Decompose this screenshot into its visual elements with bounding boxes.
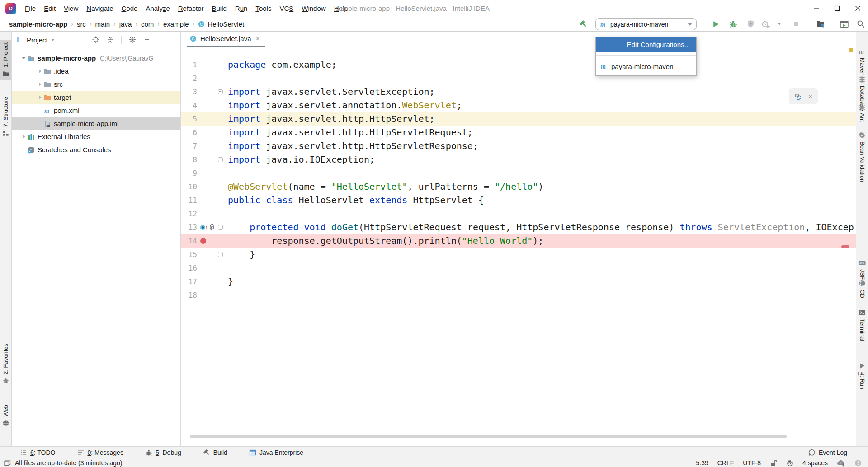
gutter[interactable]: 10 [181,180,224,193]
window-close-button[interactable] [847,0,868,17]
gutter[interactable]: 8− [181,153,224,166]
profiler-arrow-button[interactable] [774,17,785,31]
gutter[interactable]: 17 [181,275,224,288]
hide-button[interactable] [143,36,151,43]
popup-item-payara-micro-maven[interactable]: mpayara-micro-maven [596,59,696,74]
unlock-icon[interactable] [770,459,777,467]
run-button[interactable] [710,17,721,31]
cloud-settings-icon[interactable]: ? [837,459,845,467]
tree-item-sample-micro-app.iml[interactable]: sample-micro-app.iml [12,117,180,130]
menu-edit[interactable]: Edit [40,0,60,17]
gutter[interactable]: 7 [181,139,224,153]
menu-refactor[interactable]: Refactor [174,0,208,17]
breadcrumb-sample-micro-app[interactable]: sample-micro-app [8,20,68,28]
tool-button-messages[interactable]: 0: Messages [77,449,123,456]
status-5-39[interactable]: 5:39 [696,459,708,467]
tool-button-cdi[interactable]: CDI [856,277,868,302]
status-utf-8[interactable]: UTF-8 [743,459,761,467]
tool-button-terminal[interactable]: Terminal [856,306,868,344]
tree-item-src[interactable]: src [12,78,180,91]
menu-window[interactable]: Window [297,0,330,17]
event-log-button[interactable]: Event Log [808,449,847,456]
status-crlf[interactable]: CRLF [717,459,734,467]
tool-button-structure[interactable]: 7: Structure [0,94,11,140]
profiler-button[interactable] [760,17,771,31]
gutter[interactable]: 14 [181,234,224,248]
window-minimize-button[interactable] [806,0,826,17]
fold-marker-icon[interactable]: − [218,252,223,257]
tree-item-target[interactable]: target [12,91,180,104]
run-configuration-select[interactable]: m payara-micro-maven [595,18,697,30]
gutter[interactable]: 3− [181,85,224,98]
tool-button-ant[interactable]: Ant [856,100,868,125]
settings-button[interactable] [129,36,136,43]
search-everywhere-button[interactable] [855,17,866,31]
breakpoint-stripe-mark[interactable] [841,245,849,248]
breadcrumb-java[interactable]: java [118,20,133,28]
tab-helloservlet-java[interactable]: C HelloServlet.java [187,32,265,47]
tool-button-debug[interactable]: 5: Debug [145,449,181,456]
code-editor[interactable]: 1package com.example;23−import javax.ser… [181,47,856,302]
maven-reload-icon[interactable]: m [793,92,803,101]
chevron-down-icon[interactable] [51,39,55,41]
breakpoint-icon[interactable] [200,238,206,244]
menu-analyze[interactable]: Analyze [142,0,174,17]
menu-code[interactable]: Code [118,0,142,17]
gutter[interactable]: 1 [181,58,224,71]
menu-navigate[interactable]: Navigate [82,0,117,17]
fold-marker-icon[interactable]: − [218,225,223,230]
locate-button[interactable] [92,36,99,43]
tool-button-run[interactable]: 4: Run [856,360,868,392]
tool-button-java-enterprise[interactable]: Java Enterprise [249,449,303,456]
popup-item-edit-configurations[interactable]: Edit Configurations... [596,37,696,52]
expander-right-icon[interactable] [20,134,28,139]
tree-item-Scratches-and-Consoles[interactable]: Scratches and Consoles [12,143,180,156]
build-hammer-button[interactable] [578,17,589,31]
menu-file[interactable]: File [21,0,40,17]
tree-item-External-Libraries[interactable]: External Libraries [12,130,180,143]
window-maximize-button[interactable] [826,0,847,17]
tool-button-web[interactable]: Web [0,402,11,430]
gutter[interactable]: 12 [181,207,224,220]
breadcrumb-com[interactable]: com [140,20,155,28]
menu-view[interactable]: View [60,0,82,17]
breadcrumb-example[interactable]: example [162,20,190,28]
hector-icon[interactable] [786,459,793,467]
gutter[interactable]: 5 [181,112,224,126]
collapse-all-button[interactable] [107,36,114,43]
tool-button-todo[interactable]: 6: TODO [20,449,56,456]
horizontal-scrollbar[interactable] [190,435,787,438]
menu-tools[interactable]: Tools [251,0,275,17]
close-icon[interactable] [807,93,813,99]
gutter[interactable]: 11 [181,193,224,207]
expander-down-icon[interactable] [20,56,28,61]
fold-marker-icon[interactable]: − [218,157,223,162]
coverage-button[interactable] [745,17,756,31]
tool-button-project[interactable]: 1: Project [0,40,11,80]
menu-build[interactable]: Build [208,0,231,17]
stop-button[interactable] [791,17,802,31]
fold-marker-icon[interactable]: − [218,89,223,94]
tree-item-pom.xml[interactable]: mpom.xml [12,104,180,117]
menu-vcs[interactable]: VCS [275,0,297,17]
warning-stripe-mark[interactable] [849,48,853,52]
gutter[interactable]: 6 [181,126,224,139]
status-4-spaces[interactable]: 4 spaces [802,459,828,467]
run-tool-window-button[interactable] [839,17,849,31]
close-icon[interactable] [255,36,261,42]
tree-item-sample-micro-app[interactable]: sample-micro-appC:\Users\jGauravG [12,51,180,65]
override-method-icon[interactable] [200,225,205,230]
tool-button-favorites[interactable]: 2: Favorites [0,341,11,387]
breadcrumb-main[interactable]: main [94,20,111,28]
gutter[interactable]: 4 [181,98,224,112]
project-panel-title[interactable]: Project [27,36,48,44]
gutter[interactable]: 2 [181,71,224,85]
gutter[interactable]: 18 [181,288,224,302]
gutter[interactable]: 9 [181,166,224,180]
expander-right-icon[interactable] [36,95,44,100]
gutter[interactable]: 13↑@− [181,220,224,234]
gutter[interactable]: 16 [181,261,224,275]
attention-icon[interactable]: ! [854,459,862,467]
gutter[interactable]: 15− [181,248,224,261]
expander-right-icon[interactable] [36,69,44,74]
